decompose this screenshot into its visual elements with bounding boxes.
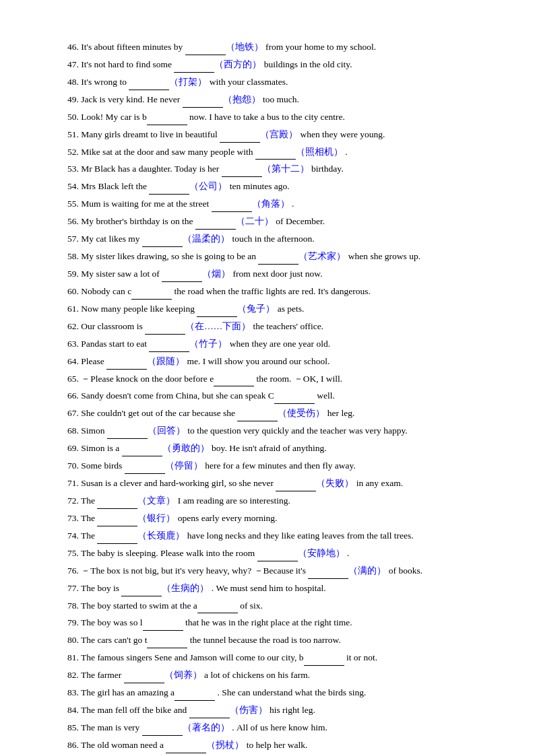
blank-line <box>197 302 237 317</box>
item-text-before: My sister saw a lot of <box>81 269 162 279</box>
list-item: 50. Look! My car is b now. I have to tak… <box>67 110 488 125</box>
hint-text: （艺术家） <box>298 251 346 261</box>
item-text-before: Pandas start to eat <box>81 339 149 349</box>
list-item: 73. The （银行） opens early every morning. <box>67 512 488 526</box>
item-text-after: ten minutes ago. <box>227 181 289 191</box>
list-item: 79. The boy was so l that he was in the … <box>67 616 488 631</box>
hint-text: （拐杖） <box>206 740 244 750</box>
item-text-after: it or not. <box>344 652 378 662</box>
item-number: 63. <box>67 339 81 349</box>
item-text-before: The <box>81 513 97 523</box>
item-text-before: Our classroom is <box>81 321 145 331</box>
list-item: 57. My cat likes my （温柔的） touch in the a… <box>67 232 488 247</box>
item-text-after: her leg. <box>325 408 354 418</box>
item-text-after: when they are one year old. <box>227 339 330 349</box>
blank-line <box>183 93 223 108</box>
item-text-before: My brother's birthday is on the <box>81 216 195 226</box>
item-text-before: Nobody can c <box>81 286 131 296</box>
blank-line <box>175 686 215 701</box>
list-item: 82. The farmer （饲养） a lot of chickens on… <box>67 668 488 683</box>
item-number: 67. <box>67 408 81 418</box>
item-text-before: The boy was so l <box>81 617 143 627</box>
item-text-before: Simon <box>81 425 107 436</box>
blank-line <box>149 180 189 195</box>
item-text-before: The <box>81 530 97 541</box>
item-text-before: The <box>81 495 97 506</box>
item-text-after: . We must send him to hospital. <box>209 583 325 593</box>
item-number: 56. <box>67 216 81 226</box>
blank-line <box>214 372 254 387</box>
item-text-after: when they were young. <box>298 129 385 139</box>
item-number: 49. <box>67 94 81 104</box>
blank-line <box>125 459 165 474</box>
item-number: 84. <box>67 705 81 715</box>
list-item: 54. Mrs Black left the （公司） ten minutes … <box>67 180 488 195</box>
blank-line <box>142 232 183 247</box>
blank-line <box>174 58 214 73</box>
blank-line <box>145 320 185 335</box>
item-number: 72. <box>67 495 81 506</box>
list-item: 58. My sister likes drawing, so she is g… <box>67 250 488 265</box>
item-text-before: Mr Black has a daughter. Today is her <box>81 164 221 174</box>
item-number: 75. <box>67 548 81 558</box>
list-item: 81. The famous singers Sene and Jamson w… <box>67 651 488 666</box>
blank-line <box>124 668 164 683</box>
item-text-before: Mum is waiting for me at the street <box>81 199 211 209</box>
item-text-before: The baby is sleeping. Please walk into t… <box>81 548 257 558</box>
blank-line <box>212 197 252 212</box>
item-text-before: The boy started to swim at the a <box>81 600 197 611</box>
blank-line <box>162 267 202 282</box>
item-text-after: touch in the afternoon. <box>230 234 315 244</box>
item-number: 71. <box>67 478 81 488</box>
item-text-before: Mrs Black left the <box>81 181 149 191</box>
item-text-before: Mike sat at the door and saw many people… <box>81 147 255 157</box>
list-item: 60. Nobody can c the road when the traff… <box>67 285 488 300</box>
item-text-after: opens early every morning. <box>175 513 277 523</box>
blank-line <box>222 162 262 177</box>
exercise-list: 46. It's about fifteen minutes by （地铁） f… <box>67 40 488 756</box>
item-number: 74. <box>67 530 81 541</box>
item-text-after: the room. －OK, I will. <box>254 374 342 384</box>
item-text-after: from next door just now. <box>230 269 322 279</box>
hint-text: （满的） <box>348 565 386 576</box>
item-number: 86. <box>67 740 81 750</box>
list-item: 47. It's not hard to find some （西方的） bui… <box>67 58 488 73</box>
blank-line <box>197 599 238 614</box>
item-text-after: birthday. <box>309 164 344 174</box>
blank-line <box>147 633 187 648</box>
list-item: 65. －Please knock on the door before e t… <box>67 372 488 387</box>
item-number: 68. <box>67 425 81 436</box>
item-number: 85. <box>67 722 81 732</box>
item-text-before: The cars can't go t <box>81 635 147 645</box>
list-item: 78. The boy started to swim at the a of … <box>67 599 488 614</box>
hint-text: （跟随） <box>147 356 185 366</box>
item-text-after: to the question very quickly and the tea… <box>185 425 408 436</box>
item-text-before: －The box is not big, but it's very heavy… <box>81 565 308 576</box>
item-number: 78. <box>67 600 81 611</box>
hint-text: （饲养） <box>164 670 202 680</box>
list-item: 84. The man fell off the bike and （伤害） h… <box>67 703 488 718</box>
item-text-after: . <box>343 147 348 157</box>
item-text-after: the road when the traffic lights are red… <box>172 286 371 296</box>
blank-line <box>129 75 169 90</box>
item-number: 83. <box>67 687 81 697</box>
item-text-before: It's not hard to find some <box>81 59 174 69</box>
item-text-before: The man is very <box>81 722 142 732</box>
hint-text: （公司） <box>189 181 227 191</box>
hint-text: （地铁） <box>226 42 263 52</box>
item-number: 46. <box>67 42 81 52</box>
item-text-after: that he was in the right place at the ri… <box>183 617 352 627</box>
item-text-after: from your home to my school. <box>263 42 377 52</box>
item-number: 54. <box>67 181 81 191</box>
item-number: 55. <box>67 199 81 209</box>
blank-line <box>106 355 147 370</box>
item-number: 73. <box>67 513 81 523</box>
item-text-before: It's about fifteen minutes by <box>81 42 185 52</box>
item-text-after: . All of us here know him. <box>230 722 327 732</box>
list-item: 64. Please （跟随） me. I will show you arou… <box>67 355 488 370</box>
list-item: 85. The man is very （著名的） . All of us he… <box>67 721 488 736</box>
hint-text: （银行） <box>137 513 175 523</box>
list-item: 75. The baby is sleeping. Please walk in… <box>67 547 488 561</box>
item-text-before: Many girls dreamt to live in beautiful <box>81 129 220 139</box>
item-text-after: of six. <box>238 600 263 611</box>
